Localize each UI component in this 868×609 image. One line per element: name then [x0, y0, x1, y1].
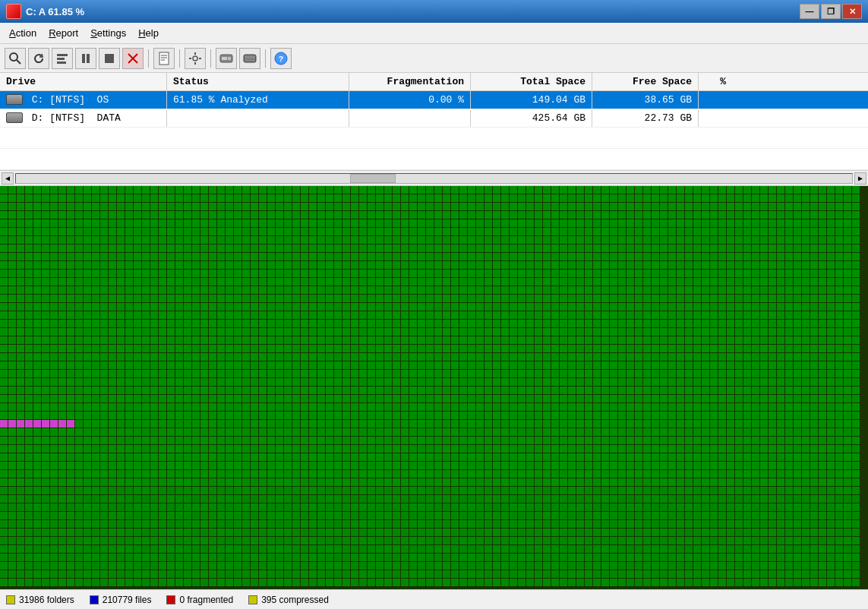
drive-d-total: 425.64 GB — [471, 109, 592, 127]
drive-table-header: Drive Status Fragmentation Total Space F… — [0, 73, 868, 91]
drive-d-icon — [6, 112, 23, 123]
status-fragmented: 0 fragmented — [166, 595, 233, 605]
disk-map-canvas — [0, 186, 868, 589]
svg-rect-10 — [159, 52, 169, 65]
drive-list: Drive Status Fragmentation Total Space F… — [0, 73, 868, 171]
cancel-button[interactable] — [122, 48, 144, 69]
header-total-space: Total Space — [471, 73, 592, 90]
svg-rect-23 — [245, 55, 255, 62]
close-button[interactable]: ✕ — [842, 4, 862, 19]
status-folders: 31986 folders — [6, 595, 74, 605]
drive-row-d[interactable]: D: [NTFS] DATA 425.64 GB 22.73 GB — [0, 109, 868, 128]
disk-visualization — [0, 186, 868, 589]
refresh-button[interactable] — [28, 48, 49, 69]
separator-1 — [148, 49, 149, 68]
drive-c-name: C: [NTFS] OS — [0, 91, 167, 109]
report-button[interactable] — [153, 48, 175, 69]
map-button[interactable] — [239, 48, 260, 69]
svg-line-1 — [17, 60, 21, 64]
status-files: 210779 files — [90, 595, 152, 605]
header-pct: % — [699, 73, 729, 90]
drive-row-c[interactable]: C: [NTFS] OS 61.85 % Analyzed 0.00 % 149… — [0, 91, 868, 109]
app-icon — [6, 4, 21, 19]
analyze-button[interactable] — [5, 48, 26, 69]
settings-button[interactable] — [185, 48, 206, 69]
fragmented-label: 0 fragmented — [179, 595, 233, 605]
scroll-right-button[interactable]: ▶ — [854, 172, 866, 185]
svg-rect-3 — [57, 58, 65, 60]
drive-row-empty-1 — [0, 128, 868, 149]
pause-button[interactable] — [75, 48, 96, 69]
header-free-space: Free Space — [592, 73, 699, 90]
horizontal-scrollbar[interactable]: ◀ ▶ — [0, 171, 868, 186]
folders-label: 31986 folders — [19, 595, 74, 605]
header-status: Status — [167, 73, 349, 90]
svg-text:?: ? — [279, 55, 284, 64]
minimize-button[interactable]: — — [800, 4, 819, 19]
svg-rect-4 — [57, 62, 66, 64]
status-bar: 31986 folders 210779 files 0 fragmented … — [0, 589, 868, 609]
defrag-button[interactable] — [52, 48, 73, 69]
drive-c-status: 61.85 % Analyzed — [167, 91, 349, 109]
drive-c-total: 149.04 GB — [471, 91, 592, 109]
main-content: Action Report Settings Help — [0, 23, 868, 609]
header-fragmentation: Fragmentation — [349, 73, 471, 90]
menu-action[interactable]: Action — [3, 25, 43, 41]
title-bar-left: C: A 61.85 % — [6, 4, 84, 19]
drive-c-free: 38.65 GB — [592, 91, 699, 109]
compressed-label: 395 compressed — [261, 595, 329, 605]
svg-rect-7 — [105, 54, 114, 63]
status-compressed: 395 compressed — [248, 595, 329, 605]
drive-c-icon — [6, 94, 23, 105]
drive-c-pct — [699, 91, 729, 109]
svg-rect-2 — [57, 54, 68, 56]
title-bar: C: A 61.85 % — ❐ ✕ — [0, 0, 868, 23]
drive-button[interactable] — [216, 48, 237, 69]
svg-point-0 — [10, 53, 17, 61]
svg-rect-5 — [82, 54, 85, 63]
svg-point-14 — [193, 56, 197, 61]
drive-d-name: D: [NTFS] DATA — [0, 109, 167, 127]
scroll-left-button[interactable]: ◀ — [2, 172, 14, 185]
toolbar: ? — [0, 44, 868, 73]
drive-c-frag: 0.00 % — [349, 91, 471, 109]
drive-d-status — [167, 109, 349, 127]
folders-swatch — [6, 595, 15, 604]
files-label: 210779 files — [103, 595, 152, 605]
drive-row-empty-2 — [0, 149, 868, 170]
fragmented-swatch — [166, 595, 175, 604]
separator-3 — [210, 49, 211, 68]
scroll-thumb[interactable] — [350, 174, 396, 183]
separator-4 — [265, 49, 266, 68]
svg-rect-6 — [87, 54, 90, 63]
title-controls: — ❐ ✕ — [800, 4, 862, 19]
separator-2 — [179, 49, 180, 68]
header-drive: Drive — [0, 73, 167, 90]
menu-report[interactable]: Report — [43, 25, 84, 41]
compressed-swatch — [248, 595, 257, 604]
help-button[interactable]: ? — [270, 48, 292, 69]
scroll-track[interactable] — [15, 173, 853, 184]
drive-d-frag — [349, 109, 471, 127]
restore-button[interactable]: ❐ — [821, 4, 841, 19]
stop-button[interactable] — [99, 48, 120, 69]
files-swatch — [90, 595, 99, 604]
drive-d-free: 22.73 GB — [592, 109, 699, 127]
menu-help[interactable]: Help — [132, 25, 165, 41]
svg-rect-21 — [222, 57, 227, 60]
menu-settings[interactable]: Settings — [84, 25, 132, 41]
title-text: C: A 61.85 % — [26, 6, 84, 17]
svg-point-20 — [228, 57, 231, 60]
drive-d-pct — [699, 109, 729, 127]
menu-bar: Action Report Settings Help — [0, 23, 868, 44]
